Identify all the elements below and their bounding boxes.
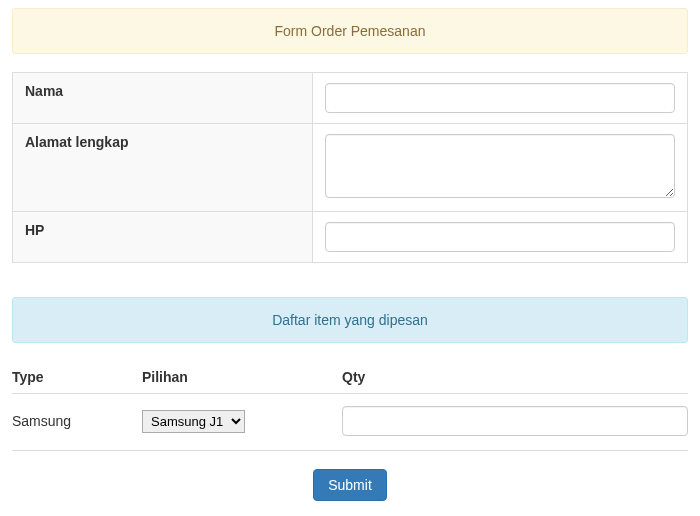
item-type: Samsung	[12, 413, 142, 429]
hp-input[interactable]	[325, 222, 675, 252]
items-header-row: Type Pilihan Qty	[12, 369, 688, 394]
items-title: Daftar item yang dipesan	[272, 312, 428, 328]
col-qty-header: Qty	[342, 369, 688, 385]
item-row: Samsung Samsung J1	[12, 406, 688, 451]
submit-button[interactable]: Submit	[313, 469, 387, 501]
form-title-panel: Form Order Pemesanan	[12, 8, 688, 54]
items-title-panel: Daftar item yang dipesan	[12, 297, 688, 343]
pilihan-select[interactable]: Samsung J1	[142, 410, 245, 433]
order-form-table: Nama Alamat lengkap HP	[12, 72, 688, 263]
hp-label: HP	[13, 212, 313, 263]
form-title: Form Order Pemesanan	[275, 23, 426, 39]
alamat-textarea[interactable]	[325, 134, 675, 198]
nama-label: Nama	[13, 73, 313, 124]
col-pilihan-header: Pilihan	[142, 369, 342, 385]
nama-input[interactable]	[325, 83, 675, 113]
col-type-header: Type	[12, 369, 142, 385]
qty-input[interactable]	[342, 406, 688, 436]
alamat-label: Alamat lengkap	[13, 124, 313, 212]
